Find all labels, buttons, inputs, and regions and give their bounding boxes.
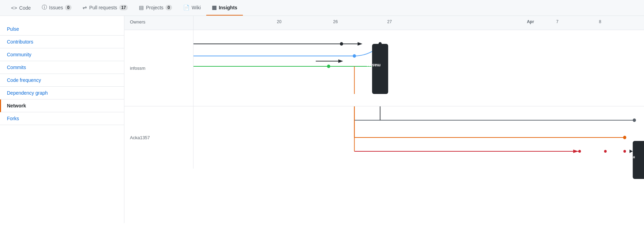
sidebar-item-contributors[interactable]: Contributors bbox=[0, 36, 124, 48]
tab-pull-requests[interactable]: ⇌ Pull requests 17 bbox=[77, 0, 133, 16]
sidebar: Pulse Contributors Community Commits Cod… bbox=[0, 16, 124, 223]
timeline-header: Owners Apr 20 26 27 7 8 bbox=[124, 16, 644, 30]
graph-area: Owners Apr 20 26 27 7 8 infossm bbox=[124, 16, 644, 223]
sidebar-item-forks[interactable]: Forks bbox=[0, 112, 124, 125]
tab-wiki-label: Wiki bbox=[192, 5, 201, 10]
issues-icon: ⓘ bbox=[42, 4, 47, 11]
pr-badge: 17 bbox=[119, 5, 128, 10]
svg-marker-28 bbox=[573, 150, 578, 153]
svg-text:master: master bbox=[367, 63, 381, 68]
table-row: Acka1357 bbox=[124, 106, 644, 169]
date-7: 7 bbox=[556, 19, 559, 24]
svg-rect-15 bbox=[372, 44, 388, 94]
wiki-icon: 📄 bbox=[183, 4, 190, 11]
svg-text:master: master bbox=[623, 155, 635, 160]
tab-code-label: Code bbox=[19, 5, 31, 11]
graph-infossm: master bbox=[193, 30, 644, 106]
svg-point-21 bbox=[623, 136, 626, 139]
sidebar-item-network[interactable]: Network bbox=[0, 99, 124, 112]
svg-marker-14 bbox=[338, 59, 343, 63]
code-icon: <> bbox=[11, 5, 17, 11]
owner-acka1357: Acka1357 bbox=[124, 106, 193, 169]
projects-icon: ▤ bbox=[139, 4, 144, 11]
owners-label: Owners bbox=[124, 16, 193, 30]
timeline-dates: Apr 20 26 27 7 8 bbox=[193, 16, 644, 30]
svg-rect-29 bbox=[633, 141, 644, 179]
sidebar-item-code-frequency[interactable]: Code frequency bbox=[0, 74, 124, 87]
svg-point-2 bbox=[340, 42, 343, 46]
svg-point-26 bbox=[623, 150, 626, 153]
date-20: 20 bbox=[277, 19, 281, 24]
svg-marker-27 bbox=[629, 150, 633, 153]
tab-issues-label: Issues bbox=[49, 5, 63, 10]
owner-infossm: infossm bbox=[124, 30, 193, 106]
sidebar-item-pulse[interactable]: Pulse bbox=[0, 23, 124, 36]
sidebar-item-commits[interactable]: Commits bbox=[0, 61, 124, 74]
graph-acka1357: master bbox=[193, 106, 644, 169]
tab-wiki[interactable]: 📄 Wiki bbox=[178, 0, 206, 16]
table-row: infossm bbox=[124, 30, 644, 106]
svg-point-25 bbox=[604, 150, 607, 153]
date-8: 8 bbox=[599, 19, 602, 24]
sidebar-item-community[interactable]: Community bbox=[0, 48, 124, 61]
date-26: 26 bbox=[333, 19, 338, 24]
date-27: 27 bbox=[387, 19, 392, 24]
svg-point-18 bbox=[633, 118, 636, 122]
main-layout: Pulse Contributors Community Commits Cod… bbox=[0, 16, 644, 223]
tab-projects-label: Projects bbox=[146, 5, 163, 10]
tab-pr-label: Pull requests bbox=[89, 5, 117, 10]
network-rows: infossm bbox=[124, 30, 644, 169]
tab-projects[interactable]: ▤ Projects 0 bbox=[133, 0, 177, 16]
sidebar-item-dependency-graph[interactable]: Dependency graph bbox=[0, 87, 124, 99]
tab-code[interactable]: <> Code bbox=[6, 1, 36, 16]
tab-issues[interactable]: ⓘ Issues 0 bbox=[36, 0, 77, 16]
month-apr: Apr bbox=[527, 19, 534, 24]
top-nav: <> Code ⓘ Issues 0 ⇌ Pull requests 17 ▤ … bbox=[0, 0, 644, 16]
svg-marker-3 bbox=[358, 42, 362, 46]
issues-badge: 0 bbox=[65, 5, 72, 10]
tab-insights[interactable]: ▩ Insights bbox=[206, 0, 243, 16]
projects-badge: 0 bbox=[165, 5, 172, 10]
insights-icon: ▩ bbox=[212, 4, 217, 11]
pr-icon: ⇌ bbox=[83, 4, 87, 11]
svg-point-24 bbox=[578, 150, 581, 153]
tab-insights-label: Insights bbox=[219, 5, 237, 10]
